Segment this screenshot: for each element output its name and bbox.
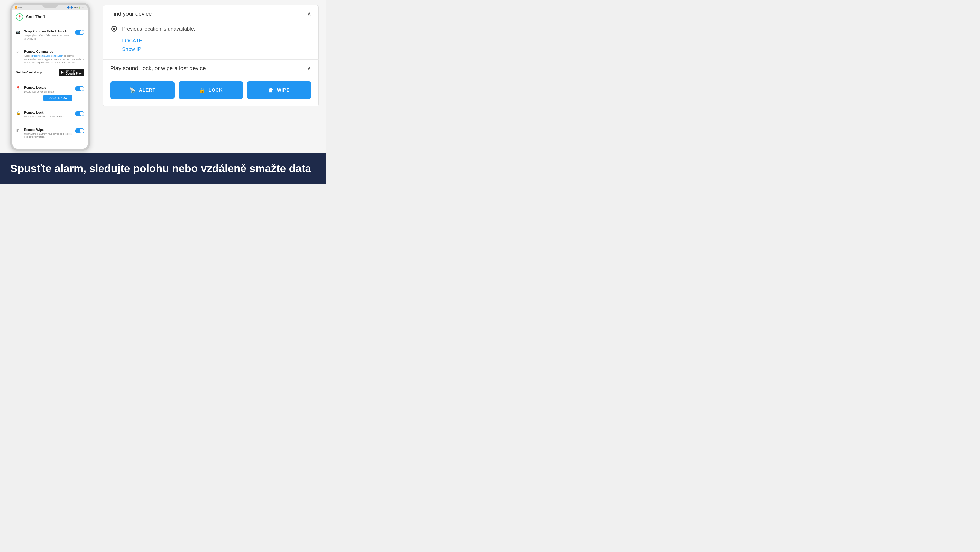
phone-wrapper: 📶 B ✉ in 🔵 🔵 88% 🔋 3:02 📍 Anti-Theft xyxy=(0,0,95,153)
lost-device-card: Play sound, lock, or wipe a lost device … xyxy=(103,60,319,107)
radio-target-icon xyxy=(111,26,117,32)
alert-label: ALERT xyxy=(139,87,156,93)
status-right: 🔵 🔵 88% 🔋 3:02 xyxy=(67,6,85,9)
remote-locate-icon: 📍 xyxy=(16,86,22,92)
play-icon xyxy=(61,71,64,74)
alert-button[interactable]: 📡 ALERT xyxy=(110,81,175,99)
remote-commands-desc: Access https://central.bitdefender.com o… xyxy=(24,54,84,65)
snap-photo-toggle[interactable] xyxy=(75,30,84,35)
signal-icon: 📶 xyxy=(15,6,18,9)
remote-locate-content: Remote Locate Locate your device on a ma… xyxy=(24,86,73,102)
location-row: Previous location is unavailable. xyxy=(110,25,311,33)
badge-get-it: GET IT ON xyxy=(65,70,82,72)
wipe-label: WIPE xyxy=(277,87,290,93)
lost-device-body: 📡 ALERT 🔒 LOCK 🗑 WIPE xyxy=(103,77,318,106)
phone-frame: 📶 B ✉ in 🔵 🔵 88% 🔋 3:02 📍 Anti-Theft xyxy=(10,3,90,151)
wipe-icon: 🗑 xyxy=(268,87,274,93)
snap-photo-content: Snap Photo on Failed Unlock Snap a photo… xyxy=(24,30,73,40)
wipe-button[interactable]: 🗑 WIPE xyxy=(247,81,311,99)
bitdefender-link[interactable]: https://central.bitdefender.com xyxy=(32,54,64,57)
central-app-label: Get the Central app xyxy=(16,71,42,74)
lock-label: LOCK xyxy=(209,87,223,93)
bottom-banner: Spusťte alarm, sledujte polohu nebo vzdá… xyxy=(0,153,326,184)
action-buttons-row: 📡 ALERT 🔒 LOCK 🗑 WIPE xyxy=(110,80,311,99)
badge-google-play: Google Play xyxy=(65,72,82,75)
remote-lock-feature: 🔒 Remote Lock Lock your device with a pr… xyxy=(16,109,84,121)
lock-button[interactable]: 🔒 LOCK xyxy=(179,81,243,99)
location-icon xyxy=(110,25,118,33)
lost-device-header[interactable]: Play sound, lock, or wipe a lost device … xyxy=(103,60,318,77)
lost-device-title: Play sound, lock, or wipe a lost device xyxy=(110,65,206,72)
remote-wipe-icon: 🗑 xyxy=(16,128,22,134)
alert-icon: 📡 xyxy=(129,87,136,93)
remote-lock-desc: Lock your device with a predefined PIN. xyxy=(24,115,73,118)
remote-lock-toggle[interactable] xyxy=(75,111,84,116)
find-device-header[interactable]: Find your device ∧ xyxy=(103,5,318,22)
remote-lock-icon: 🔒 xyxy=(16,111,22,117)
main-content: 📶 B ✉ in 🔵 🔵 88% 🔋 3:02 📍 Anti-Theft xyxy=(0,0,326,153)
location-unavailable-text: Previous location is unavailable. xyxy=(122,26,195,32)
phone-status-bar: 📶 B ✉ in 🔵 🔵 88% 🔋 3:02 xyxy=(12,5,88,10)
locate-link[interactable]: LOCATE xyxy=(122,38,311,44)
snap-photo-title: Snap Photo on Failed Unlock xyxy=(24,30,73,33)
remote-commands-content: Remote Commands Access https://central.b… xyxy=(24,50,84,65)
banner-text: Spusťte alarm, sledujte polohu nebo vzdá… xyxy=(10,162,311,175)
remote-locate-desc: Locate your device on a map. xyxy=(24,90,73,94)
divider-4 xyxy=(16,106,84,106)
remote-locate-title: Remote Locate xyxy=(24,86,73,89)
play-triangle xyxy=(61,71,64,74)
find-device-card: Find your device ∧ Previous location is … xyxy=(103,5,319,59)
central-app-row: Get the Central app GET IT ON Google Pla… xyxy=(16,67,84,78)
phone-header: 📍 Anti-Theft xyxy=(16,13,84,21)
lock-icon: 🔒 xyxy=(199,87,205,93)
show-ip-link[interactable]: Show IP xyxy=(122,46,311,52)
divider-1 xyxy=(16,25,84,25)
antitheft-icon: 📍 xyxy=(16,13,23,21)
locate-now-button[interactable]: LOCATE NOW xyxy=(43,95,73,101)
divider-2 xyxy=(16,45,84,45)
snap-photo-feature: 📷 Snap Photo on Failed Unlock Snap a pho… xyxy=(16,27,84,42)
find-device-chevron-icon: ∧ xyxy=(307,11,311,17)
remote-wipe-content: Remote Wipe Clear all the data from your… xyxy=(24,128,73,139)
remote-wipe-toggle[interactable] xyxy=(75,128,84,134)
bluetooth-icon: 🔵 xyxy=(67,6,70,9)
phone-content: 📍 Anti-Theft 📷 Snap Photo on Failed Unlo… xyxy=(12,10,88,144)
action-links: LOCATE Show IP xyxy=(122,38,311,52)
google-play-badge[interactable]: GET IT ON Google Play xyxy=(59,69,84,76)
remote-commands-icon: ☑ xyxy=(16,50,22,56)
remote-wipe-title: Remote Wipe xyxy=(24,128,73,132)
antitheft-title: Anti-Theft xyxy=(26,15,45,19)
find-device-body: Previous location is unavailable. LOCATE… xyxy=(103,22,318,59)
right-panel: Find your device ∧ Previous location is … xyxy=(95,0,326,153)
remote-commands-feature: ☑ Remote Commands Access https://central… xyxy=(16,48,84,67)
battery-percent: 🔵 88% 🔋 3:02 xyxy=(70,6,85,9)
snap-photo-desc: Snap a photo after 3 failed attempts to … xyxy=(24,34,73,40)
remote-locate-feature: 📍 Remote Locate Locate your device on a … xyxy=(16,84,84,103)
remote-lock-content: Remote Lock Lock your device with a pred… xyxy=(24,111,73,118)
remote-lock-title: Remote Lock xyxy=(24,111,73,115)
snap-photo-icon: 📷 xyxy=(16,30,22,35)
lost-device-chevron-icon: ∧ xyxy=(307,65,311,72)
phone-notch xyxy=(42,5,58,8)
status-icons: B ✉ in xyxy=(18,6,24,9)
remote-wipe-feature: 🗑 Remote Wipe Clear all the data from yo… xyxy=(16,126,84,141)
find-device-title: Find your device xyxy=(110,11,152,17)
remote-wipe-desc: Clear all the data from your device and … xyxy=(24,132,73,139)
badge-text-group: GET IT ON Google Play xyxy=(65,70,82,75)
remote-locate-toggle[interactable] xyxy=(75,86,84,91)
remote-commands-title: Remote Commands xyxy=(24,50,84,54)
status-left: 📶 B ✉ in xyxy=(15,6,24,9)
